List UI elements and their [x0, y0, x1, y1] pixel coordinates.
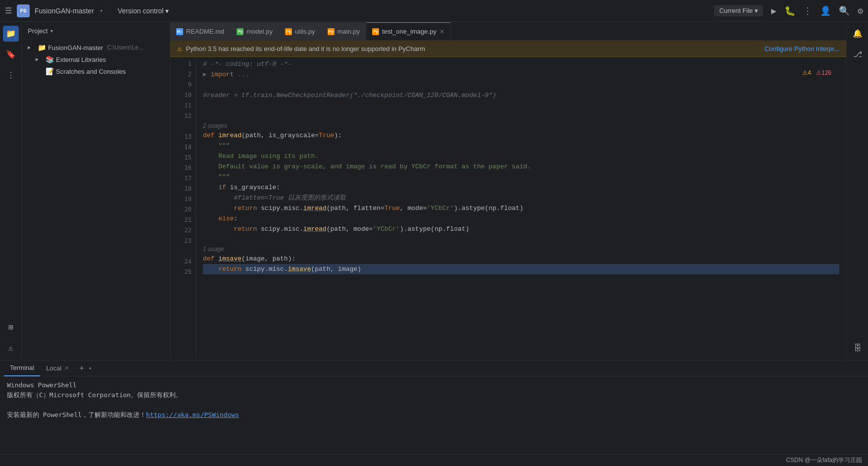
usage-hint-2: 1 usage — [203, 245, 839, 254]
warning-count: ⚠4 — [802, 69, 811, 76]
version-control-dropdown-icon: ▾ — [165, 7, 169, 15]
terminal-tool-icon[interactable]: ⊞ — [3, 319, 19, 335]
line-18: 18 — [170, 184, 195, 194]
tab-close-test[interactable]: ✕ — [439, 28, 444, 35]
code-line-13: def imread(path, is_grayscale=True): — [203, 130, 839, 141]
structure-tool-icon[interactable]: ⋮ — [3, 67, 19, 83]
error-count: ⚠126 — [816, 69, 831, 76]
code-line-1: # -*- coding: utf-8 -*- — [203, 59, 839, 69]
notifications-icon[interactable]: 🔔 — [850, 26, 866, 42]
line-14: 14 — [170, 142, 195, 153]
code-line-14: """ — [203, 141, 839, 151]
tab-local[interactable]: Local ✕ — [40, 361, 75, 376]
error-counts-bar: ⚠4 ⚠126 — [802, 69, 831, 76]
sidebar-tree: ▶ 📁 FusionGAN-master C:\Users\Le... ▶ 📚 … — [22, 40, 170, 360]
scrollbar[interactable] — [839, 57, 846, 360]
tab-local-close[interactable]: ✕ — [64, 365, 69, 371]
line-21: 21 — [170, 215, 195, 225]
bookmarks-tool-icon[interactable]: 🔖 — [3, 47, 19, 62]
add-terminal-icon[interactable]: ＋ — [75, 363, 89, 373]
terminal-content[interactable]: Windows PowerShell 版权所有（C）Microsoft Corp… — [0, 376, 868, 454]
search-icon[interactable]: 🔍 — [839, 5, 850, 16]
editor-area: M↓ README.md Py model.py Py utils.py Py … — [170, 22, 846, 360]
code-line-19: #flatten=True 以灰度图的形式读取 — [203, 193, 839, 203]
tree-label-root: FusionGAN-master — [48, 44, 103, 52]
terminal-line-3 — [7, 400, 861, 410]
terminal-line-1: Windows PowerShell — [7, 380, 861, 390]
code-content[interactable]: # -*- coding: utf-8 -*- ▶ import ... #re… — [196, 57, 839, 360]
tab-icon-main: Py — [328, 28, 335, 35]
code-line-21: else: — [203, 213, 839, 224]
code-line-24: def imsave(image, path): — [203, 254, 839, 264]
more-options-icon[interactable]: ⋮ — [803, 5, 812, 16]
line-11: 11 — [170, 101, 195, 111]
bottom-panel: Terminal Local ✕ ＋ ▾ Windows PowerShell … — [0, 360, 868, 454]
terminal-line-4: 安装最新的 PowerShell，了解新功能和改进！https://aka.ms… — [7, 410, 861, 420]
code-line-9 — [203, 80, 839, 90]
tab-bar: M↓ README.md Py model.py Py utils.py Py … — [170, 22, 846, 41]
line-9: 9 — [170, 80, 195, 90]
tab-test-image[interactable]: Py test_one_image.py ✕ — [366, 22, 451, 40]
tab-icon-readme: M↓ — [176, 28, 183, 35]
code-line-2: ▶ import ... — [203, 69, 839, 80]
line-2: 2 — [170, 69, 195, 80]
code-line-10: #reader = tf.train.NewCheckpointReader("… — [203, 90, 839, 101]
menu-icon[interactable]: ☰ — [5, 6, 12, 16]
debugger-icon[interactable]: 🐛 — [784, 5, 795, 16]
tree-arrow-ext: ▶ — [36, 56, 44, 62]
git-icon[interactable]: ⎇ — [850, 47, 866, 62]
tab-readme[interactable]: M↓ README.md — [170, 22, 231, 40]
sidebar: Project ▾ ▶ 📁 FusionGAN-master C:\Users\… — [22, 22, 170, 360]
database-icon[interactable]: 🗄 — [850, 340, 866, 356]
right-toolbar: 🔔 ⎇ 🗄 — [846, 22, 868, 360]
tree-path-root: C:\Users\Le... — [107, 44, 143, 51]
tab-main[interactable]: Py main.py — [322, 22, 367, 40]
bottom-tabs: Terminal Local ✕ ＋ ▾ — [0, 361, 868, 376]
main-layout: 📁 🔖 ⋮ ⊞ ⚠ Project ▾ ▶ 📁 FusionGAN-master… — [0, 22, 868, 360]
sidebar-header: Project ▾ — [22, 22, 170, 40]
terminal-dropdown-icon[interactable]: ▾ — [89, 365, 92, 371]
project-logo: FG — [17, 4, 30, 17]
line-23: 23 — [170, 236, 195, 246]
tab-terminal[interactable]: Terminal — [4, 361, 40, 376]
project-dropdown-icon[interactable]: ▾ — [100, 8, 103, 14]
powershell-link[interactable]: https://aka.ms/PSWindows — [146, 411, 239, 418]
current-file-button[interactable]: Current File ▾ — [714, 5, 763, 16]
line-usage1: . — [170, 121, 195, 132]
code-line-11 — [203, 101, 839, 111]
account-icon[interactable]: 👤 — [820, 5, 831, 16]
line-19: 19 — [170, 194, 195, 205]
tree-arrow-root: ▶ — [28, 45, 36, 51]
code-line-22: return scipy.misc.imread(path, mode='YCb… — [203, 224, 839, 234]
line-usage2: . — [170, 246, 195, 257]
tree-item-ext-libs[interactable]: ▶ 📚 External Libraries — [22, 53, 170, 65]
tree-item-root[interactable]: ▶ 📁 FusionGAN-master C:\Users\Le... — [22, 42, 170, 53]
problems-tool-icon[interactable]: ⚠ — [3, 340, 19, 356]
top-bar-left: ☰ FG FusionGAN-master ▾ Version control … — [5, 4, 169, 17]
run-icon[interactable]: ▶ — [771, 5, 776, 16]
tree-item-scratches[interactable]: 📝 Scratches and Consoles — [22, 65, 170, 77]
project-tool-icon[interactable]: 📁 — [3, 26, 19, 42]
line-numbers: 1 2 9 10 11 12 . 13 14 15 16 17 18 19 20… — [170, 57, 196, 360]
code-line-17: """ — [203, 172, 839, 182]
top-bar: ☰ FG FusionGAN-master ▾ Version control … — [0, 0, 868, 22]
top-bar-right: Current File ▾ ▶ 🐛 ⋮ 👤 🔍 ⚙ — [714, 5, 863, 16]
line-16: 16 — [170, 163, 195, 173]
line-20: 20 — [170, 205, 195, 215]
version-control-menu[interactable]: Version control ▾ — [118, 7, 169, 15]
tab-model[interactable]: Py model.py — [231, 22, 279, 40]
status-bar: CSDN @一朵fafa的学习庄园 — [0, 454, 868, 466]
sidebar-title[interactable]: Project ▾ — [28, 27, 53, 35]
warning-bar: ⚠ Python 3.5 has reached its end-of-life… — [170, 41, 846, 57]
line-15: 15 — [170, 153, 195, 163]
configure-python-link[interactable]: Configure Python interpr... — [765, 45, 839, 52]
current-file-dropdown-icon: ▾ — [755, 7, 758, 14]
code-line-20: return scipy.misc.imread(path, flatten=T… — [203, 203, 839, 213]
warning-triangle-icon: ⚠ — [177, 44, 182, 53]
line-17: 17 — [170, 173, 195, 184]
library-icon: 📚 — [46, 55, 54, 64]
tab-utils[interactable]: Py utils.py — [279, 22, 321, 40]
line-1: 1 — [170, 59, 195, 69]
usage-hint-1: 2 usages — [203, 121, 839, 130]
settings-icon[interactable]: ⚙ — [858, 5, 863, 16]
